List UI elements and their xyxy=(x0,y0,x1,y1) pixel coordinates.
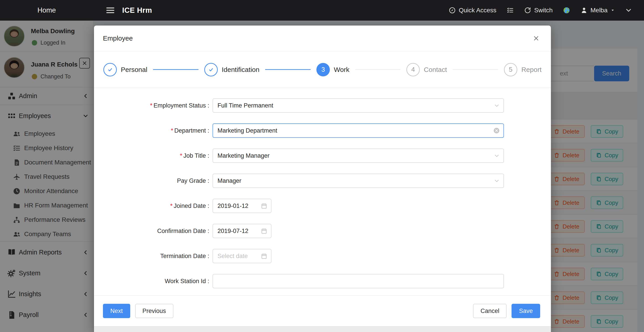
switch-button[interactable]: Switch xyxy=(524,7,552,14)
field-label: *Joined Date : xyxy=(103,203,209,210)
collapse-chevron-icon[interactable] xyxy=(625,7,632,14)
field-value: Marketing Department xyxy=(218,127,277,134)
task-list-button[interactable] xyxy=(506,7,514,14)
topbar: Home ICE Hrm Quick Access Switch Melba xyxy=(0,0,644,21)
select-chevron-icon xyxy=(494,102,500,109)
field-label: Pay Grade : xyxy=(103,178,209,184)
previous-button[interactable]: Previous xyxy=(135,304,174,318)
form-row-work-station-id: Work Station Id : xyxy=(103,274,551,288)
form-row-pay-grade: Pay Grade :Manager xyxy=(103,174,551,188)
calendar-icon xyxy=(261,228,268,234)
step-report: 5Report xyxy=(504,63,542,76)
step-label: Identification xyxy=(222,66,259,73)
field-label: Work Station Id : xyxy=(103,278,209,285)
form-row-termination-date: Termination Date :Select date xyxy=(103,249,551,263)
step-circle: 5 xyxy=(504,63,517,76)
step-wizard: PersonalIdentification3Work4Contact5Repo… xyxy=(94,52,551,88)
modal-title: Employee xyxy=(103,35,133,42)
form-row-joined-date: *Joined Date :2019-01-12 xyxy=(103,199,551,213)
pay-gradeselect[interactable]: Manager xyxy=(212,174,504,188)
form-row-confirmation-date: Confirmation Date :2019-07-12 xyxy=(103,224,551,238)
departmentselect[interactable]: Marketing Department xyxy=(212,123,504,138)
app-title: ICE Hrm xyxy=(122,6,152,15)
user-menu[interactable]: Melba xyxy=(580,7,615,14)
check-icon xyxy=(107,66,114,73)
field-value: Select date xyxy=(218,253,248,260)
step-personal: Personal xyxy=(104,63,147,76)
step-circle: 3 xyxy=(316,63,330,76)
next-button[interactable]: Next xyxy=(103,304,130,318)
field-label: *Employment Status : xyxy=(103,102,209,109)
step-label: Personal xyxy=(121,66,147,73)
field-label: Termination Date : xyxy=(103,253,209,260)
field-value: Manager xyxy=(218,178,242,184)
field-value: 2019-01-12 xyxy=(218,203,248,210)
person-icon xyxy=(580,7,588,14)
required-asterisk: * xyxy=(180,152,182,159)
work-form: *Employment Status :Full Time Permanent*… xyxy=(94,88,551,296)
language-globe-button[interactable] xyxy=(563,7,570,14)
step-contact: 4Contact xyxy=(406,63,447,76)
home-link[interactable]: Home xyxy=(0,6,93,14)
modal-close-icon[interactable] xyxy=(532,35,540,42)
step-work: 3Work xyxy=(316,63,349,76)
form-row-employment-status: *Employment Status :Full Time Permanent xyxy=(103,98,551,113)
field-value: Marketing Manager xyxy=(218,152,270,159)
task-list-icon xyxy=(506,7,514,14)
step-circle xyxy=(104,63,117,76)
termination-datedate-picker[interactable]: Select date xyxy=(212,249,272,263)
required-asterisk: * xyxy=(171,127,173,134)
save-button[interactable]: Save xyxy=(512,304,540,318)
caret-down-icon xyxy=(610,8,615,13)
step-circle: 4 xyxy=(406,63,420,76)
step-circle xyxy=(204,63,218,76)
employee-modal: Employee PersonalIdentification3Work4Con… xyxy=(94,26,551,332)
compass-icon xyxy=(449,7,456,14)
joined-datedate-picker[interactable]: 2019-01-12 xyxy=(212,199,272,213)
step-identification: Identification xyxy=(204,63,259,76)
required-asterisk: * xyxy=(150,102,152,109)
calendar-icon xyxy=(261,203,268,209)
cancel-button[interactable]: Cancel xyxy=(473,304,506,318)
step-connector xyxy=(153,69,198,70)
clear-icon xyxy=(493,127,500,134)
quick-access-button[interactable]: Quick Access xyxy=(449,7,496,14)
switch-icon xyxy=(524,7,531,14)
field-value: 2019-07-12 xyxy=(218,228,248,235)
field-value: Full Time Permanent xyxy=(218,102,273,109)
check-icon xyxy=(208,66,214,73)
user-menu-label: Melba xyxy=(590,7,608,14)
modal-bottom-strip xyxy=(94,326,551,332)
step-connector xyxy=(265,69,310,70)
job-titleselect[interactable]: Marketing Manager xyxy=(212,148,504,163)
select-chevron-icon xyxy=(494,178,500,184)
step-connector xyxy=(453,69,498,70)
step-label: Report xyxy=(522,66,542,73)
form-row-department: *Department :Marketing Department xyxy=(103,123,551,138)
form-row-job-title: *Job Title :Marketing Manager xyxy=(103,148,551,163)
select-chevron-icon xyxy=(494,152,500,159)
required-asterisk: * xyxy=(170,203,172,209)
quick-access-label: Quick Access xyxy=(459,7,496,14)
globe-icon xyxy=(563,7,570,14)
work-station-idinput[interactable] xyxy=(212,274,504,288)
confirmation-datedate-picker[interactable]: 2019-07-12 xyxy=(212,224,272,238)
calendar-icon xyxy=(261,253,268,259)
switch-label: Switch xyxy=(534,7,552,14)
step-connector xyxy=(355,69,400,70)
employment-statusselect[interactable]: Full Time Permanent xyxy=(212,98,504,113)
field-label: *Job Title : xyxy=(103,152,209,159)
step-label: Work xyxy=(334,66,349,73)
step-label: Contact xyxy=(424,66,447,73)
hamburger-icon[interactable] xyxy=(106,6,115,15)
field-label: Confirmation Date : xyxy=(103,228,209,235)
field-label: *Department : xyxy=(103,127,209,134)
